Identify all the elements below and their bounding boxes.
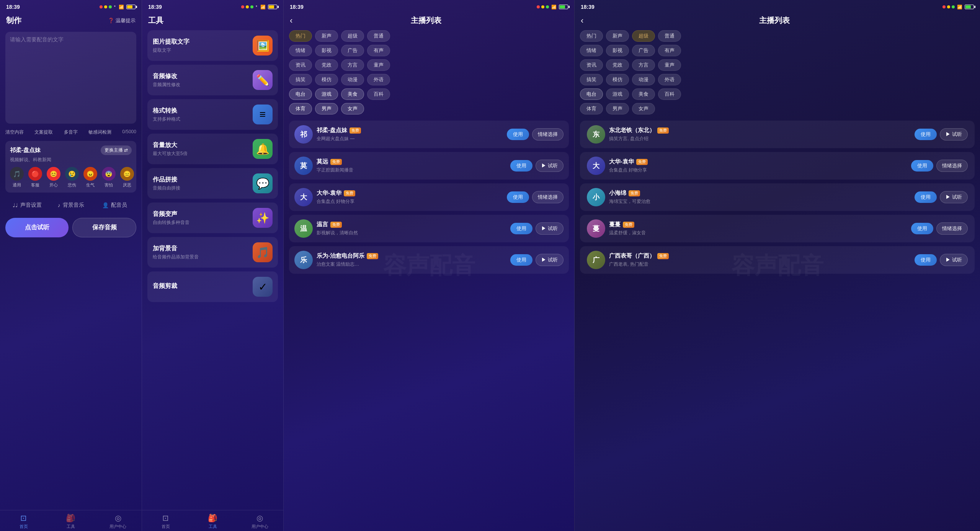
- use-btn-4-3[interactable]: 使用: [911, 223, 933, 234]
- filter-模仿-4[interactable]: 模仿: [606, 74, 629, 85]
- filter-童声-4[interactable]: 童声: [658, 59, 681, 71]
- filter-游戏-3[interactable]: 游戏: [315, 88, 338, 100]
- tool-bg-sound[interactable]: 加背景音 给音频作品添加背景音 🎵: [147, 237, 278, 268]
- extract-btn[interactable]: 文案提取: [34, 129, 53, 136]
- filter-动漫-3[interactable]: 动漫: [341, 74, 364, 85]
- nav-tools-2[interactable]: 🎒 工具: [189, 513, 236, 529]
- filter-男声-3[interactable]: 男声: [315, 103, 338, 114]
- filter-广告-3[interactable]: 广告: [341, 45, 364, 56]
- filter-外语-4[interactable]: 外语: [658, 74, 681, 85]
- filter-女声-3[interactable]: 女声: [341, 103, 364, 114]
- nav-home-2[interactable]: ⊡ 首页: [142, 513, 189, 529]
- emotion-客服[interactable]: 🔴 客服: [28, 167, 42, 188]
- filter-动漫-4[interactable]: 动漫: [632, 74, 655, 85]
- emotion-厌恶[interactable]: 😑 厌恶: [120, 167, 134, 188]
- back-btn-4[interactable]: ‹: [581, 16, 583, 26]
- emotion-悲伤[interactable]: 😢 悲伤: [65, 167, 79, 188]
- use-btn-3-0[interactable]: 使用: [507, 129, 529, 140]
- play-btn[interactable]: 点击试听: [5, 218, 69, 237]
- filter-广告-4[interactable]: 广告: [632, 45, 655, 56]
- filter-外语-3[interactable]: 外语: [367, 74, 390, 85]
- filter-电台-4[interactable]: 电台: [580, 88, 603, 100]
- tab-bg-music[interactable]: ♪ 背景音乐: [49, 199, 93, 212]
- listen-btn-3-4[interactable]: ▶ 试听: [536, 254, 564, 266]
- hint-btn[interactable]: ❓ 温馨提示: [108, 17, 136, 24]
- nav-user-2[interactable]: ◎ 用户中心: [236, 513, 283, 529]
- filter-超级-3[interactable]: 超级: [341, 30, 364, 42]
- tab-voice-settings[interactable]: ♩♩ 声音设置: [5, 199, 49, 212]
- filter-百科-4[interactable]: 百科: [658, 88, 681, 100]
- filter-普通-3[interactable]: 普通: [367, 30, 390, 42]
- emotion-btn-3-0[interactable]: 情绪选择: [532, 128, 564, 141]
- use-btn-4-4[interactable]: 使用: [915, 254, 937, 266]
- use-btn-4-0[interactable]: 使用: [915, 129, 937, 140]
- clear-btn[interactable]: 清空内容: [5, 129, 24, 136]
- filter-体育-3[interactable]: 体育: [289, 103, 312, 114]
- filter-美食-3[interactable]: 美食: [341, 88, 364, 100]
- listen-btn-4-2[interactable]: ▶ 试听: [940, 191, 968, 203]
- filter-方言-4[interactable]: 方言: [632, 59, 655, 71]
- filter-情绪-4[interactable]: 情绪: [580, 45, 603, 56]
- filter-党政-4[interactable]: 党政: [606, 59, 629, 71]
- change-voice-btn[interactable]: 更换主播 ⇄: [101, 145, 132, 155]
- filter-体育-4[interactable]: 体育: [580, 103, 603, 114]
- listen-btn-3-3[interactable]: ▶ 试听: [536, 222, 564, 235]
- filter-热门-3[interactable]: 热门: [289, 30, 312, 42]
- nav-home-1[interactable]: ⊡ 首页: [0, 513, 47, 529]
- listen-btn-4-4[interactable]: ▶ 试听: [940, 254, 968, 266]
- filter-女声-4[interactable]: 女声: [632, 103, 655, 114]
- filter-影视-3[interactable]: 影视: [315, 45, 338, 56]
- filter-男声-4[interactable]: 男声: [606, 103, 629, 114]
- filter-党政-3[interactable]: 党政: [315, 59, 338, 71]
- tool-splice[interactable]: 作品拼接 音频自由拼接 💬: [147, 168, 278, 199]
- tab-voice-actor[interactable]: 👤 配音员: [93, 199, 136, 212]
- filter-普通-4[interactable]: 普通: [658, 30, 681, 42]
- filter-童声-3[interactable]: 童声: [367, 59, 390, 71]
- listen-btn-4-0[interactable]: ▶ 试听: [940, 128, 968, 141]
- listen-btn-3-1[interactable]: ▶ 试听: [536, 160, 564, 172]
- text-input[interactable]: 请输入需要配音的文字: [5, 32, 136, 124]
- back-btn-3[interactable]: ‹: [290, 16, 292, 26]
- filter-资讯-3[interactable]: 资讯: [289, 59, 312, 71]
- tool-audio-cut[interactable]: 音频剪裁 ✓: [147, 271, 278, 302]
- sensitive-btn[interactable]: 敏感词检测: [88, 129, 111, 136]
- emotion-通用[interactable]: 🎵 通用: [10, 167, 24, 188]
- emotion-btn-4-3[interactable]: 情绪选择: [936, 222, 968, 235]
- emotion-生气[interactable]: 😠 生气: [83, 167, 97, 188]
- filter-新声-3[interactable]: 新声: [315, 30, 338, 42]
- use-btn-3-3[interactable]: 使用: [510, 223, 532, 234]
- filter-游戏-4[interactable]: 游戏: [606, 88, 629, 100]
- tool-format-convert[interactable]: 格式转换 支持多种格式 ≡: [147, 99, 278, 130]
- filter-有声-3[interactable]: 有声: [367, 45, 390, 56]
- nav-user-1[interactable]: ◎ 用户中心: [95, 513, 142, 529]
- filter-新声-4[interactable]: 新声: [606, 30, 629, 42]
- filter-搞笑-3[interactable]: 搞笑: [289, 74, 312, 85]
- filter-热门-4[interactable]: 热门: [580, 30, 603, 42]
- emotion-开心[interactable]: 😊 开心: [47, 167, 60, 188]
- use-btn-3-1[interactable]: 使用: [510, 160, 532, 172]
- filter-搞笑-4[interactable]: 搞笑: [580, 74, 603, 85]
- use-btn-3-4[interactable]: 使用: [510, 254, 532, 266]
- emotion-btn-4-1[interactable]: 情绪选择: [936, 160, 968, 172]
- polyphonic-btn[interactable]: 多音字: [64, 129, 78, 136]
- tool-voice-change[interactable]: 音频变声 自由转换多种音音 ✨: [147, 203, 278, 233]
- emotion-害怕[interactable]: 😨 害怕: [102, 167, 116, 188]
- tool-img-text[interactable]: 图片提取文字 提取文字 🖼️: [147, 30, 278, 61]
- filter-情绪-3[interactable]: 情绪: [289, 45, 312, 56]
- nav-tools-1[interactable]: 🎒 工具: [47, 513, 94, 529]
- filter-百科-3[interactable]: 百科: [367, 88, 390, 100]
- filter-模仿-3[interactable]: 模仿: [315, 74, 338, 85]
- tool-volume-boost[interactable]: 音量放大 最大可放大至5倍 🔔: [147, 134, 278, 164]
- tool-audio-edit[interactable]: 音频修改 音频属性修改 ✏️: [147, 65, 278, 95]
- filter-美食-4[interactable]: 美食: [632, 88, 655, 100]
- use-btn-4-2[interactable]: 使用: [915, 191, 937, 203]
- filter-影视-4[interactable]: 影视: [606, 45, 629, 56]
- emotion-btn-3-2[interactable]: 情绪选择: [532, 191, 564, 203]
- save-btn[interactable]: 保存音频: [72, 218, 136, 237]
- filter-超级-4[interactable]: 超级: [632, 30, 655, 42]
- filter-资讯-4[interactable]: 资讯: [580, 59, 603, 71]
- filter-电台-3[interactable]: 电台: [289, 88, 312, 100]
- filter-方言-3[interactable]: 方言: [341, 59, 364, 71]
- use-btn-4-1[interactable]: 使用: [911, 160, 933, 172]
- use-btn-3-2[interactable]: 使用: [507, 191, 529, 203]
